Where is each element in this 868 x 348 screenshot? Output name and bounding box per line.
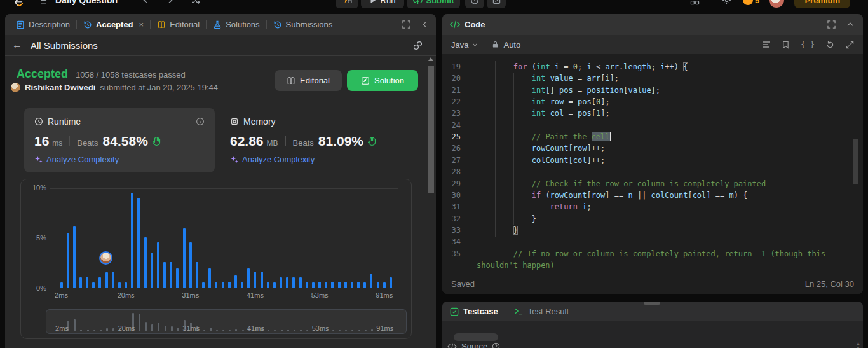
settings-gear-icon[interactable] — [722, 0, 731, 5]
source-label[interactable]: Source — [461, 342, 487, 348]
histogram-bar[interactable] — [325, 282, 327, 288]
histogram-bar[interactable] — [331, 282, 334, 288]
code-editor[interactable]: 19 for (int i = 0; i < arr.length; i++) … — [442, 54, 863, 274]
histogram-bar[interactable] — [292, 277, 295, 288]
premium-button[interactable]: Premium — [794, 0, 850, 8]
histogram-bar[interactable] — [67, 233, 69, 288]
histogram-bar[interactable] — [254, 272, 256, 288]
autocomplete-toggle[interactable]: Auto — [503, 40, 520, 50]
histogram-bar[interactable] — [299, 277, 302, 288]
histogram-bar[interactable] — [163, 262, 166, 288]
histogram-bar[interactable] — [267, 282, 269, 288]
streak-flame-icon[interactable] — [743, 0, 753, 5]
histogram-bar[interactable] — [112, 272, 114, 288]
histogram-bar[interactable] — [228, 282, 231, 288]
expand-panel-icon[interactable] — [402, 20, 410, 29]
fullscreen-icon[interactable] — [846, 41, 854, 49]
histogram-bar[interactable] — [189, 242, 192, 288]
chart-navigator[interactable]: 2ms20ms31ms41ms53ms91ms — [46, 309, 407, 334]
collapse-panel-icon[interactable] — [421, 21, 428, 28]
histogram-bar[interactable] — [383, 282, 386, 288]
histogram-bar[interactable] — [357, 282, 360, 288]
histogram-bar[interactable] — [131, 193, 133, 288]
histogram-bar[interactable] — [312, 282, 315, 288]
histogram-bar[interactable] — [137, 198, 140, 288]
panel-resize-handle[interactable] — [644, 302, 660, 305]
testcase-scrollbar[interactable]: ▲▼ — [856, 341, 860, 348]
language-select[interactable]: Java — [451, 40, 468, 50]
histogram-bar[interactable] — [196, 262, 198, 288]
all-submissions-label[interactable]: All Submissions — [31, 40, 98, 51]
tab-submissions[interactable]: Submissions — [273, 20, 333, 29]
runtime-card[interactable]: Runtime 16 ms Beats 84.58% Analyze Compl… — [24, 108, 215, 172]
format-code-icon[interactable] — [762, 41, 771, 48]
testcase-case-pill[interactable] — [454, 333, 498, 341]
histogram-bar[interactable] — [86, 277, 88, 288]
histogram-bar[interactable] — [234, 275, 237, 288]
histogram-bar[interactable] — [208, 268, 211, 288]
back-arrow-icon[interactable]: ← — [12, 39, 22, 51]
histogram-bar[interactable] — [222, 282, 224, 288]
tab-accepted[interactable]: Accepted × — [83, 20, 144, 29]
editor-scrollbar-thumb[interactable] — [853, 139, 858, 184]
cursor-position[interactable]: Ln 25, Col 30 — [805, 279, 854, 289]
copy-link-icon[interactable] — [412, 40, 423, 51]
author-avatar[interactable] — [11, 83, 20, 92]
user-avatar[interactable] — [769, 0, 784, 8]
histogram-bar[interactable] — [144, 237, 147, 288]
tab-editorial[interactable]: Editorial — [157, 20, 200, 29]
histogram-bar[interactable] — [370, 274, 372, 288]
histogram-bar[interactable] — [183, 228, 186, 288]
reset-code-icon[interactable] — [826, 41, 834, 49]
histogram-bar[interactable] — [151, 253, 153, 288]
timer-icon[interactable] — [465, 0, 484, 8]
scrollbar-thumb[interactable] — [428, 66, 434, 193]
histogram-bar[interactable] — [280, 277, 282, 288]
user-runtime-marker[interactable] — [99, 251, 112, 265]
histogram-bar[interactable] — [215, 282, 217, 288]
run-button[interactable]: Run — [361, 0, 404, 8]
tab-testcase[interactable]: Testcase — [463, 307, 498, 316]
bookmark-icon[interactable] — [782, 41, 789, 49]
histogram-bar[interactable] — [344, 282, 347, 288]
histogram-bar[interactable] — [60, 282, 63, 288]
histogram-bar[interactable] — [306, 282, 308, 288]
author-name[interactable]: Rishikant Dwivedi — [25, 83, 95, 92]
leetcode-logo[interactable] — [13, 0, 24, 6]
histogram-bar[interactable] — [261, 272, 263, 288]
histogram-bar[interactable] — [286, 277, 288, 288]
histogram-bar[interactable] — [338, 282, 341, 288]
editorial-button[interactable]: Editorial — [275, 70, 342, 91]
histogram-bar[interactable] — [105, 272, 108, 288]
histogram-bar[interactable] — [118, 282, 121, 288]
histogram-bar[interactable] — [363, 282, 366, 288]
analyze-complexity-memory[interactable]: Analyze Complexity — [230, 155, 400, 164]
tab-test-result[interactable]: Test Result — [528, 307, 569, 316]
info-icon[interactable] — [196, 117, 205, 126]
problem-list-icon[interactable] — [40, 0, 50, 5]
histogram-bar[interactable] — [390, 277, 392, 288]
histogram-bar[interactable] — [73, 226, 76, 288]
histogram-bar[interactable] — [125, 282, 127, 288]
left-panel-scrollbar[interactable] — [427, 56, 435, 348]
histogram-bar[interactable] — [92, 282, 95, 288]
close-tab-icon[interactable]: × — [139, 20, 144, 29]
layout-icon[interactable] — [690, 0, 700, 5]
histogram-bar[interactable] — [79, 277, 82, 288]
histogram-bar[interactable] — [157, 242, 159, 288]
solution-button[interactable]: Solution — [347, 70, 418, 91]
collapse-up-icon[interactable] — [846, 21, 854, 28]
notes-icon[interactable] — [487, 0, 506, 8]
debugger-button[interactable] — [336, 0, 358, 8]
submit-button[interactable]: Submit — [407, 0, 460, 8]
histogram-bar[interactable] — [202, 282, 205, 288]
histogram-bar[interactable] — [98, 277, 101, 288]
analyze-complexity-runtime[interactable]: Analyze Complexity — [34, 155, 205, 164]
histogram-bar[interactable] — [176, 268, 179, 288]
next-question-icon[interactable] — [166, 0, 174, 4]
histogram-bar[interactable] — [318, 282, 321, 288]
tab-solutions[interactable]: Solutions — [213, 20, 259, 29]
braces-icon[interactable]: { } — [801, 40, 815, 49]
tab-description[interactable]: Description — [16, 20, 70, 29]
histogram-bar[interactable] — [241, 282, 243, 288]
